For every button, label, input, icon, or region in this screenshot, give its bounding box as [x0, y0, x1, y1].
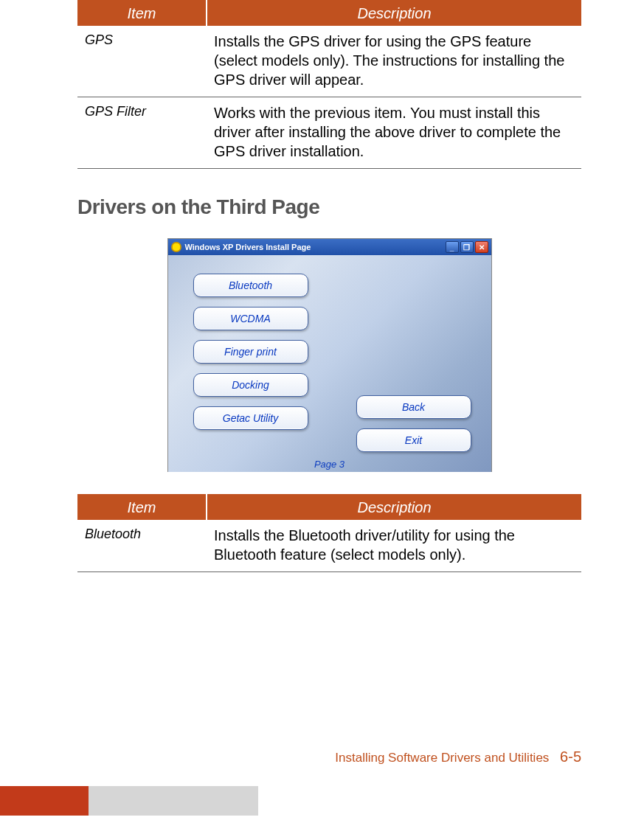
driver-table-1: Item Description GPS Installs the GPS dr…: [77, 0, 581, 169]
window-titlebar: Windows XP Drivers Install Page _ ❐ ✕: [168, 239, 491, 255]
table-row: GPS Installs the GPS driver for using th…: [77, 26, 581, 97]
footer: Installing Software Drivers and Utilitie…: [335, 748, 581, 765]
bluetooth-button[interactable]: Bluetooth: [193, 274, 308, 297]
section-heading: Drivers on the Third Page: [77, 195, 581, 219]
item-name: Bluetooth: [77, 520, 207, 572]
back-button[interactable]: Back: [356, 395, 471, 419]
footer-section: Installing Software Drivers and Utilitie…: [335, 751, 549, 765]
minimize-button[interactable]: _: [446, 241, 459, 253]
table-row: Bluetooth Installs the Bluetooth driver/…: [77, 520, 581, 572]
installer-body: Bluetooth WCDMA Finger print Docking Get…: [168, 255, 491, 472]
col-header-item: Item: [77, 495, 207, 520]
wcdma-button[interactable]: WCDMA: [193, 307, 308, 330]
close-button[interactable]: ✕: [475, 241, 488, 253]
docking-button[interactable]: Docking: [193, 373, 308, 397]
exit-button[interactable]: Exit: [356, 428, 471, 452]
maximize-button[interactable]: ❐: [460, 241, 474, 253]
getac-utility-button[interactable]: Getac Utility: [193, 406, 308, 430]
table-row: GPS Filter Works with the previous item.…: [77, 97, 581, 169]
installer-screenshot: Windows XP Drivers Install Page _ ❐ ✕ Bl…: [167, 238, 492, 472]
item-desc: Works with the previous item. You must i…: [207, 97, 581, 169]
item-desc: Installs the GPS driver for using the GP…: [207, 26, 581, 97]
col-header-desc: Description: [207, 495, 581, 520]
page-indicator: Page 3: [168, 459, 491, 470]
item-desc: Installs the Bluetooth driver/utility fo…: [207, 520, 581, 572]
smiley-icon: [171, 242, 181, 252]
driver-table-2: Item Description Bluetooth Installs the …: [77, 494, 581, 572]
window-title: Windows XP Drivers Install Page: [185, 243, 446, 251]
col-header-item: Item: [77, 1, 207, 26]
page-number: 6-5: [560, 748, 581, 765]
decorative-footer-bar: [0, 786, 258, 816]
col-header-desc: Description: [207, 1, 581, 26]
item-name: GPS Filter: [77, 97, 207, 169]
fingerprint-button[interactable]: Finger print: [193, 340, 308, 364]
item-name: GPS: [77, 26, 207, 97]
